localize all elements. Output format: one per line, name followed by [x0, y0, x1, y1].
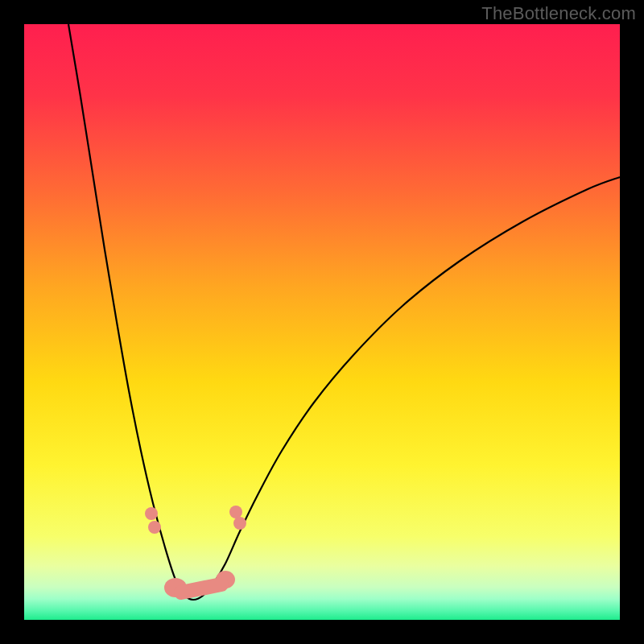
- marker-dot: [148, 521, 161, 534]
- curve-layer: [24, 24, 620, 620]
- plot-area: [24, 24, 620, 620]
- watermark-text: TheBottleneck.com: [481, 3, 636, 24]
- marker-bar: [181, 584, 221, 592]
- marker-dot: [229, 506, 242, 518]
- chart-frame: TheBottleneck.com: [0, 0, 644, 644]
- marker-dot: [233, 517, 246, 530]
- marker-dot: [145, 507, 158, 520]
